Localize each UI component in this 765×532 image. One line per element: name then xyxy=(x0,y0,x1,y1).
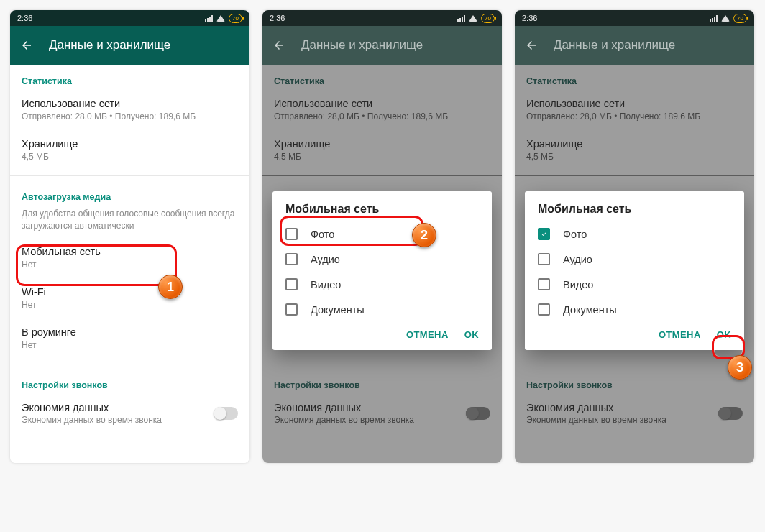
dialog-cancel-button[interactable]: ОТМЕНА xyxy=(406,329,449,340)
option-documents[interactable]: Документы xyxy=(272,297,492,322)
option-label: Видео xyxy=(311,279,341,290)
phone-screen-3: 2:36 70 Данные и хранилище Статистика Ис… xyxy=(515,10,754,463)
status-bar: 2:36 70 xyxy=(262,10,502,26)
checkbox-photo[interactable] xyxy=(538,228,550,240)
item-storage[interactable]: Хранилище 4,5 МБ xyxy=(10,131,249,171)
checkbox-documents[interactable] xyxy=(538,303,550,316)
battery-icon: 70 xyxy=(733,14,747,23)
battery-icon: 70 xyxy=(229,14,242,23)
item-subtitle: Нет xyxy=(22,299,238,311)
option-label: Фото xyxy=(563,229,587,240)
annotation-badge-3: 3 xyxy=(728,355,752,380)
app-bar: Данные и хранилище xyxy=(515,26,754,65)
item-subtitle: Отправлено: 28,0 МБ • Получено: 189,6 МБ xyxy=(22,111,238,122)
annotation-badge-1: 1 xyxy=(158,275,183,299)
option-audio[interactable]: Аудио xyxy=(272,247,492,272)
status-bar: 2:36 70 xyxy=(515,10,754,26)
status-time: 2:36 xyxy=(17,14,32,22)
back-icon[interactable] xyxy=(272,39,285,52)
app-bar: Данные и хранилище xyxy=(10,26,249,65)
option-label: Аудио xyxy=(563,254,592,265)
dialog-title: Мобильная сеть xyxy=(525,203,744,221)
option-video[interactable]: Видео xyxy=(272,272,492,297)
section-stats: Статистика xyxy=(10,65,249,91)
wifi-icon xyxy=(721,15,730,22)
page-title: Данные и хранилище xyxy=(301,38,423,52)
dialog-ok-button[interactable]: OK xyxy=(464,329,479,340)
checkbox-documents[interactable] xyxy=(285,303,298,316)
dialog-title: Мобильная сеть xyxy=(272,203,492,221)
item-data-saver[interactable]: Экономия данных Экономия данных во время… xyxy=(10,395,249,434)
option-label: Документы xyxy=(563,304,617,316)
item-subtitle: Нет xyxy=(22,259,238,270)
switch-data-saver[interactable] xyxy=(214,407,238,420)
app-bar: Данные и хранилище xyxy=(262,26,502,65)
settings-content: Статистика Использование сетиОтправлено:… xyxy=(515,65,754,463)
status-time: 2:36 xyxy=(522,14,537,22)
wifi-icon xyxy=(469,15,477,22)
item-wifi[interactable]: Wi-Fi Нет xyxy=(10,279,249,319)
item-subtitle: Экономия данных во время звонка xyxy=(22,415,162,425)
page-title: Данные и хранилище xyxy=(49,38,170,52)
dialog-cancel-button[interactable]: ОТМЕНА xyxy=(659,329,701,340)
item-subtitle: 4,5 МБ xyxy=(22,151,238,162)
item-mobile-network[interactable]: Мобильная сеть Нет xyxy=(10,239,249,279)
item-title: Хранилище xyxy=(22,138,238,150)
settings-content: Статистика Использование сети Отправлено… xyxy=(262,65,502,463)
phone-screen-2: 2:36 70 Данные и хранилище Статистика Ис… xyxy=(262,10,502,463)
back-icon[interactable] xyxy=(525,39,538,52)
autodownload-hint: Для удобства общения голосовые сообщения… xyxy=(10,206,249,238)
option-photo[interactable]: Фото xyxy=(525,221,744,247)
option-label: Документы xyxy=(311,304,365,316)
item-title: Использование сети xyxy=(22,98,238,109)
checkbox-photo[interactable] xyxy=(285,228,298,240)
option-documents[interactable]: Документы xyxy=(525,297,744,322)
back-icon[interactable] xyxy=(20,39,33,52)
checkbox-audio[interactable] xyxy=(285,253,298,265)
option-audio[interactable]: Аудио xyxy=(525,247,744,272)
settings-content: Статистика Использование сети Отправлено… xyxy=(10,65,249,463)
page-title: Данные и хранилище xyxy=(554,38,675,52)
divider xyxy=(10,175,249,176)
status-time: 2:36 xyxy=(270,14,285,22)
checkbox-video[interactable] xyxy=(285,278,298,290)
status-bar: 2:36 70 xyxy=(10,10,249,26)
divider xyxy=(10,364,249,364)
item-title: Экономия данных xyxy=(22,402,162,413)
battery-icon: 70 xyxy=(481,14,495,23)
signal-icon xyxy=(457,14,465,22)
item-title: Мобильная сеть xyxy=(22,246,238,257)
option-video[interactable]: Видео xyxy=(525,272,744,297)
signal-icon xyxy=(710,14,718,22)
checkbox-audio[interactable] xyxy=(538,253,550,265)
item-subtitle: Нет xyxy=(22,339,238,351)
dialog-ok-button[interactable]: OK xyxy=(717,329,731,340)
dialog-mobile-network: Мобильная сеть Фото Аудио Видео Документ… xyxy=(525,191,744,350)
section-calls: Настройки звонков xyxy=(10,369,249,395)
option-photo[interactable]: Фото xyxy=(272,221,492,247)
checkbox-video[interactable] xyxy=(538,278,550,290)
signal-icon xyxy=(205,14,213,22)
option-label: Аудио xyxy=(311,254,340,265)
item-network-usage[interactable]: Использование сети Отправлено: 28,0 МБ •… xyxy=(10,91,249,131)
option-label: Фото xyxy=(311,229,334,240)
wifi-icon xyxy=(216,15,225,22)
annotation-badge-2: 2 xyxy=(412,223,436,247)
item-roaming[interactable]: В роуминге Нет xyxy=(10,319,249,359)
item-title: В роуминге xyxy=(22,326,238,338)
section-autodownload: Автозагрузка медиа xyxy=(10,180,249,206)
phone-screen-1: 2:36 70 Данные и хранилище Статистика Ис… xyxy=(10,10,249,463)
item-title: Wi-Fi xyxy=(22,286,238,298)
dialog-mobile-network: Мобильная сеть Фото Аудио Видео Документ… xyxy=(272,191,492,350)
option-label: Видео xyxy=(563,279,593,290)
